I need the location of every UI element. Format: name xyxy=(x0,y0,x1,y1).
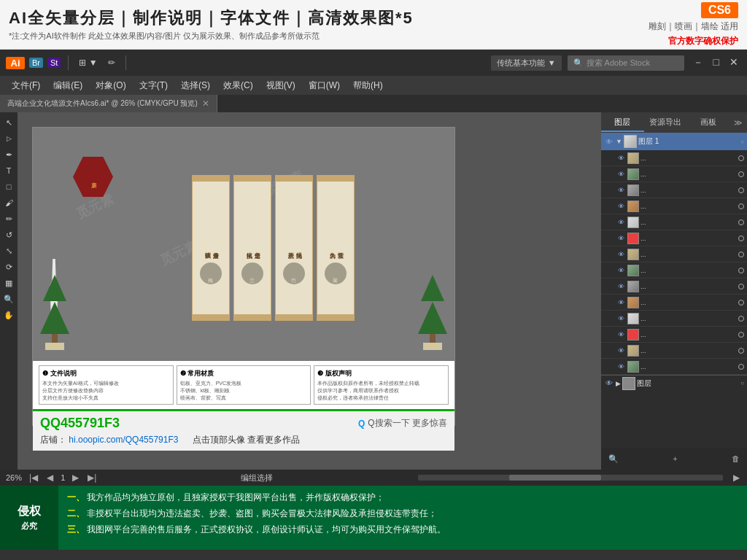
sublayer-item-1[interactable]: 👁 ... xyxy=(601,166,747,182)
panel-delete-btn[interactable]: 🗑 xyxy=(729,453,743,464)
nav-prev-btn[interactable]: ◀ xyxy=(45,472,55,483)
scale-tool[interactable]: ⤡ xyxy=(1,244,16,258)
sublayer-item-2[interactable]: 👁 ... xyxy=(601,182,747,198)
sublayer-item-4[interactable]: 👁 ... xyxy=(601,214,747,230)
menu-edit[interactable]: 编辑(E) xyxy=(47,77,88,94)
close-button[interactable]: ✕ xyxy=(727,56,741,69)
sublayer-eye-11[interactable]: 👁 xyxy=(616,331,626,338)
pen-tool-btn[interactable]: ✏ xyxy=(105,56,118,69)
sublayer-eye-7[interactable]: 👁 xyxy=(616,267,626,274)
panel-search-btn[interactable]: 🔍 xyxy=(605,453,622,465)
sublayer-item-13[interactable]: 👁 ... xyxy=(601,359,747,375)
adobe-stock-search[interactable]: 🔍 搜索 Adobe Stock xyxy=(568,55,684,71)
status-tool-label: 编组选择 xyxy=(104,472,409,483)
sublayer-dot-13[interactable] xyxy=(738,364,744,370)
sublayer-item-3[interactable]: 👁 ... xyxy=(601,198,747,214)
panel-expand-btn[interactable]: ≫ xyxy=(729,118,747,128)
menu-file[interactable]: 文件(F) xyxy=(6,77,46,94)
layer-1-circle[interactable]: ○ xyxy=(740,139,744,145)
sublayer-item-9[interactable]: 👁 ... xyxy=(601,295,747,311)
copyright-banner: 侵权 必究 一、 我方作品均为独立原创，且独家授权于我图网平台出售，并作版权确权… xyxy=(0,486,747,550)
pen-tool[interactable]: ✒ xyxy=(1,147,16,162)
sublayer-dot-8[interactable] xyxy=(738,284,744,289)
sublayer-eye-8[interactable]: 👁 xyxy=(616,283,626,290)
sublayer-dot-7[interactable] xyxy=(738,268,744,273)
brush-tool[interactable]: 🖌 xyxy=(1,195,16,210)
sublayer-eye-6[interactable]: 👁 xyxy=(616,251,626,258)
layer-2-circle[interactable]: ○ xyxy=(740,380,744,386)
layer-2-name: 图层 xyxy=(637,378,739,389)
panel-add-btn[interactable]: + xyxy=(670,453,680,464)
rotate-tool[interactable]: ↺ xyxy=(1,228,16,242)
sublayer-item-8[interactable]: 👁 ... xyxy=(601,279,747,295)
shop-info: 店铺： hi.ooopic.com/QQ455791F3 点击顶部头像 查看更多… xyxy=(40,434,447,446)
sublayer-dot-0[interactable] xyxy=(738,155,744,161)
layer-2-eye[interactable]: 👁 xyxy=(604,379,614,387)
nav-next-btn[interactable]: ▶ xyxy=(71,472,80,483)
layer-2-header[interactable]: 👁 ▶ 图层 ○ xyxy=(601,375,747,391)
layer-1-header[interactable]: 👁 ▼ 图层 1 ○ xyxy=(601,133,747,150)
sublayer-item-0[interactable]: 👁 ... xyxy=(601,150,747,166)
horizontal-scrollbar[interactable] xyxy=(418,475,723,481)
maximize-button[interactable]: □ xyxy=(711,56,722,69)
zoom-tool[interactable]: 🔍 xyxy=(1,292,16,306)
grid-view-btn[interactable]: ⊞ ▼ xyxy=(76,56,100,69)
sublayer-dot-2[interactable] xyxy=(738,187,744,193)
sublayer-dot-5[interactable] xyxy=(738,236,744,241)
sublayer-dot-4[interactable] xyxy=(738,219,744,225)
sublayer-item-10[interactable]: 👁 ... xyxy=(601,311,747,327)
tab-asset-export[interactable]: 资源导出 xyxy=(644,114,687,132)
sublayer-eye-5[interactable]: 👁 xyxy=(616,235,626,242)
sublayer-eye-13[interactable]: 👁 xyxy=(616,363,626,370)
menu-object[interactable]: 对象(O) xyxy=(90,77,131,94)
gradient-tool[interactable]: ▦ xyxy=(1,276,16,290)
menu-view[interactable]: 视图(V) xyxy=(260,77,301,94)
tab-artboard[interactable]: 画板 xyxy=(686,114,729,132)
select-tool[interactable]: ↖ xyxy=(1,115,16,130)
sublayer-dot-9[interactable] xyxy=(738,300,744,306)
pencil-tool[interactable]: ✏ xyxy=(1,211,16,226)
sublayer-dot-6[interactable] xyxy=(738,252,744,257)
sublayer-eye-2[interactable]: 👁 xyxy=(616,187,626,194)
sublayer-eye-0[interactable]: 👁 xyxy=(616,155,626,162)
sublayer-item-7[interactable]: 👁 ... xyxy=(601,262,747,279)
menu-help[interactable]: 帮助(H) xyxy=(347,77,389,94)
canvas-area[interactable]: 觅元素 觅元素 觅元素 廉 xyxy=(18,112,601,470)
sublayer-dot-12[interactable] xyxy=(738,348,744,354)
nav-last-btn[interactable]: ▶| xyxy=(86,472,98,483)
sublayer-eye-1[interactable]: 👁 xyxy=(616,171,626,178)
sublayer-dot-1[interactable] xyxy=(738,171,744,177)
nav-right-btn[interactable]: ▶ xyxy=(732,472,741,483)
menu-select[interactable]: 选择(S) xyxy=(175,77,216,94)
document-tab[interactable]: 高端企业文化墙源文件AIcs6.ai* @ 26% (CMYK/GPU 预览) … xyxy=(0,95,217,112)
sublayer-item-5[interactable]: 👁 ... xyxy=(601,230,747,246)
sublayer-item-12[interactable]: 👁 ... xyxy=(601,343,747,359)
sublayer-dot-3[interactable] xyxy=(738,203,744,209)
sublayer-eye-9[interactable]: 👁 xyxy=(616,299,626,306)
direct-select-tool[interactable]: ▷ xyxy=(1,131,16,146)
sublayer-eye-12[interactable]: 👁 xyxy=(616,347,626,354)
nav-first-btn[interactable]: |◀ xyxy=(28,472,39,483)
tab-layers[interactable]: 图层 xyxy=(601,114,644,132)
tab-close-btn[interactable]: ✕ xyxy=(202,98,209,109)
minimize-button[interactable]: － xyxy=(690,56,706,69)
sublayer-name-6: ... xyxy=(640,251,737,258)
hand-tool[interactable]: ✋ xyxy=(1,308,16,322)
menu-window[interactable]: 窗口(W) xyxy=(303,77,346,94)
layer-1-expand[interactable]: ▼ xyxy=(616,138,622,145)
sublayer-item-11[interactable]: 👁 ... xyxy=(601,327,747,343)
sublayer-eye-4[interactable]: 👁 xyxy=(616,219,626,226)
type-tool[interactable]: T xyxy=(1,163,16,178)
menu-effect[interactable]: 效果(C) xyxy=(217,77,259,94)
workspace-dropdown[interactable]: 传统基本功能 ▼ xyxy=(491,55,562,71)
sublayer-dot-10[interactable] xyxy=(738,316,744,322)
sublayer-eye-10[interactable]: 👁 xyxy=(616,315,626,322)
menu-text[interactable]: 文字(T) xyxy=(133,77,174,94)
layer-2-expand[interactable]: ▶ xyxy=(616,380,621,387)
shape-tool[interactable]: □ xyxy=(1,179,16,194)
sublayer-dot-11[interactable] xyxy=(738,332,744,338)
blend-tool[interactable]: ⟳ xyxy=(1,260,16,274)
sublayer-eye-3[interactable]: 👁 xyxy=(616,203,626,210)
layer-1-eye[interactable]: 👁 xyxy=(604,138,614,146)
sublayer-item-6[interactable]: 👁 ... xyxy=(601,246,747,262)
